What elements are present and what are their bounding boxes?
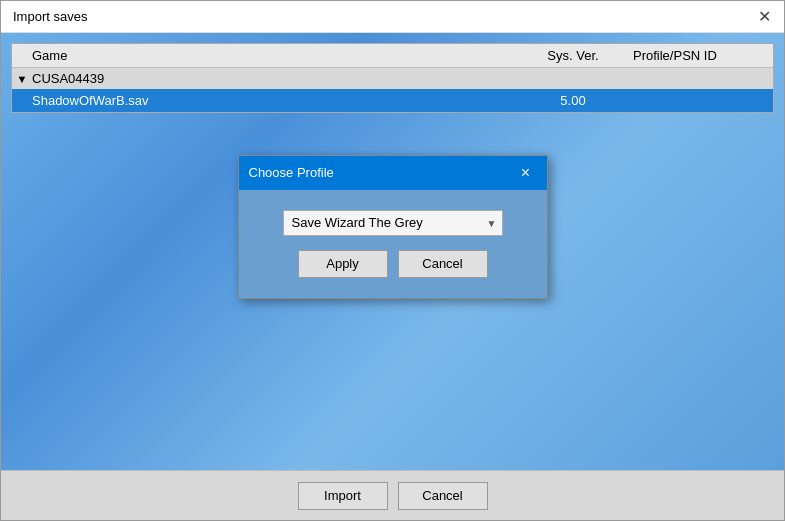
dialog-close-button[interactable]: × [515,162,537,184]
profile-dropdown[interactable]: Save Wizard The Grey [283,210,503,236]
import-button[interactable]: Import [298,482,388,510]
main-window: Import saves ✕ Game Sys. Ver. Profile/PS… [0,0,785,521]
dialog-title: Choose Profile [249,165,334,180]
title-bar: Import saves ✕ [1,1,784,33]
dialog-title-bar: Choose Profile × [239,156,547,190]
cancel-button[interactable]: Cancel [398,482,488,510]
dialog-body: Save Wizard The Grey ▼ Apply Cancel [239,190,547,298]
profile-dropdown-wrapper: Save Wizard The Grey ▼ [283,210,503,236]
apply-button[interactable]: Apply [298,250,388,278]
bottom-bar: Import Cancel [1,470,784,520]
dialog-cancel-button[interactable]: Cancel [398,250,488,278]
dialog-buttons: Apply Cancel [298,250,488,278]
content-area: Game Sys. Ver. Profile/PSN ID ▼ CUSA0443… [1,33,784,470]
modal-overlay: Choose Profile × Save Wizard The Grey ▼ … [1,33,784,420]
window-title: Import saves [13,9,87,24]
window-close-button[interactable]: ✕ [752,5,776,29]
choose-profile-dialog: Choose Profile × Save Wizard The Grey ▼ … [238,155,548,299]
